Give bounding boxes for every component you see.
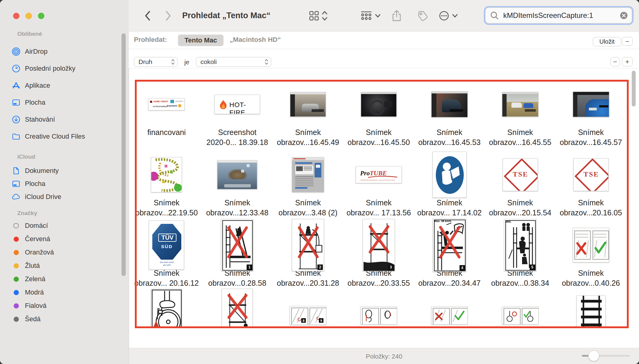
- sidebar-item-plocha[interactable]: Plocha: [0, 177, 140, 190]
- finder-window: OblíbenéAirDropPoslední položkyAplikaceP…: [0, 0, 639, 364]
- sidebar-item-zluta[interactable]: Žlutá: [0, 259, 140, 272]
- remove-criteria-button[interactable]: −: [610, 57, 620, 66]
- status-bar: Položky: 240: [129, 348, 639, 364]
- annotation-red-box: [135, 80, 629, 328]
- minimize-button[interactable]: [26, 13, 32, 19]
- sidebar-item-posledni-polozky[interactable]: Poslední položky: [0, 60, 140, 77]
- tag-circle: [12, 261, 21, 270]
- scope-macintosh-hd[interactable]: „Macintosh HD“: [230, 36, 281, 44]
- sidebar-item-aplikace[interactable]: Aplikace: [0, 77, 140, 94]
- search-icon: [490, 11, 499, 20]
- search-input[interactable]: [503, 11, 604, 20]
- folder-icon: [12, 132, 21, 141]
- tag-circle: [12, 315, 21, 324]
- search-criteria-row: Druh je cokoli − +: [129, 49, 639, 68]
- tag-circle: [12, 275, 21, 284]
- tag-circle: [12, 248, 21, 257]
- popup-chevrons-icon: [171, 59, 175, 65]
- document-icon: [12, 166, 21, 175]
- sidebar-item-modra[interactable]: Modrá: [0, 286, 140, 299]
- sidebar-item-fialova[interactable]: Fialová: [0, 299, 140, 312]
- content-scrollbar[interactable]: [632, 71, 636, 106]
- sidebar-scrollbar[interactable]: [121, 33, 126, 276]
- scope-tento-mac[interactable]: Tento Mac: [178, 35, 224, 46]
- criteria-value-popup[interactable]: cokoli: [196, 57, 271, 67]
- forward-button[interactable]: [162, 0, 174, 31]
- tag-icon[interactable]: [416, 0, 429, 31]
- cloud-icon: [12, 192, 21, 201]
- sidebar-section-title: Značky: [17, 210, 37, 217]
- sidebar-item-label: Plocha: [25, 99, 45, 106]
- sidebar-item-stahovani[interactable]: Stahování: [0, 111, 140, 128]
- download-icon: [12, 115, 21, 124]
- sidebar-item-creative-cloud-files[interactable]: Creative Cloud Files: [0, 128, 140, 145]
- sidebar-item-label: Zelená: [25, 275, 45, 283]
- sidebar-item-icloud-drive[interactable]: iCloud Drive: [0, 190, 140, 203]
- sidebar-item-label: Stahování: [25, 116, 55, 123]
- toolbar: Prohledat „Tento Mac“: [129, 0, 639, 32]
- back-button[interactable]: [142, 0, 154, 31]
- desktop-icon: [12, 179, 21, 188]
- sidebar: OblíbenéAirDropPoslední položkyAplikaceP…: [0, 0, 129, 364]
- appstore-icon: [12, 81, 21, 90]
- group-by-icon[interactable]: [359, 0, 374, 31]
- sidebar-item-label: iCloud Drive: [25, 193, 61, 201]
- save-search-button[interactable]: Uložit: [593, 37, 621, 46]
- share-icon[interactable]: [389, 0, 404, 31]
- desktop-icon: [12, 98, 21, 107]
- sidebar-item-label: Creative Cloud Files: [25, 133, 85, 140]
- sidebar-item-label: Aplikace: [25, 82, 50, 89]
- tag-circle: [12, 221, 21, 230]
- file-results-area: HOME CREDIT ■ MONETA AUTOLEASING◆ Expoba…: [129, 68, 639, 348]
- icon-view-icon[interactable]: [307, 0, 321, 31]
- group-by-chevron-icon[interactable]: [374, 0, 382, 31]
- view-switcher-chevrons-icon[interactable]: [320, 0, 329, 31]
- sidebar-item-zelena[interactable]: Zelená: [0, 272, 140, 286]
- sidebar-item-domaci[interactable]: Domácí: [0, 219, 140, 232]
- close-button[interactable]: [13, 13, 19, 19]
- sidebar-item-label: Oranžová: [25, 248, 54, 256]
- window-controls: [13, 13, 44, 19]
- sidebar-item-label: Červená: [25, 235, 50, 243]
- slider-knob[interactable]: [588, 350, 599, 361]
- sidebar-item-seda[interactable]: Šedá: [0, 312, 140, 326]
- sidebar-item-label: Poslední položky: [25, 65, 75, 72]
- add-criteria-button[interactable]: +: [622, 57, 633, 66]
- sidebar-item-label: Žlutá: [25, 262, 40, 270]
- airdrop-icon: [12, 47, 21, 56]
- sidebar-item-oranzova[interactable]: Oranžová: [0, 246, 140, 259]
- collapse-criteria-button[interactable]: −: [622, 37, 633, 46]
- tag-circle: [12, 234, 21, 244]
- criteria-attribute-popup[interactable]: Druh: [134, 57, 178, 67]
- popup-chevrons-icon: [265, 59, 268, 65]
- search-field[interactable]: [485, 7, 632, 24]
- zoom-button[interactable]: [38, 13, 44, 19]
- window-title: Prohledat „Tento Mac“: [182, 0, 271, 31]
- sidebar-section-title: Oblíbené: [17, 31, 42, 37]
- sidebar-item-label: Modrá: [25, 288, 44, 296]
- more-actions-chevron-icon[interactable]: [451, 0, 459, 31]
- sidebar-item-airdrop[interactable]: AirDrop: [0, 43, 140, 60]
- sidebar-item-cervena[interactable]: Červená: [0, 232, 140, 246]
- clock-icon: [12, 64, 21, 73]
- more-actions-icon[interactable]: [437, 0, 451, 31]
- sidebar-item-dokumenty[interactable]: Dokumenty: [0, 164, 140, 177]
- sidebar-item-label: Domácí: [25, 222, 48, 230]
- tag-circle: [12, 288, 21, 297]
- sidebar-item-label: Plocha: [25, 180, 45, 188]
- sidebar-item-plocha[interactable]: Plocha: [0, 94, 140, 111]
- criteria-operator-label: je: [184, 59, 189, 66]
- tag-circle: [12, 301, 21, 310]
- icon-size-slider[interactable]: [582, 355, 630, 357]
- sidebar-section-title: iCloud: [17, 153, 35, 160]
- sidebar-item-label: AirDrop: [25, 48, 48, 56]
- scope-label: Prohledat:: [134, 36, 167, 44]
- sidebar-item-label: Dokumenty: [25, 167, 59, 175]
- sidebar-item-label: Fialová: [25, 302, 46, 310]
- clear-search-icon[interactable]: [620, 11, 628, 20]
- sidebar-item-label: Šedá: [25, 315, 40, 323]
- items-count: Položky: 240: [129, 348, 639, 364]
- search-scope-bar: Prohledat: Tento Mac „Macintosh HD“ Ulož…: [129, 32, 639, 49]
